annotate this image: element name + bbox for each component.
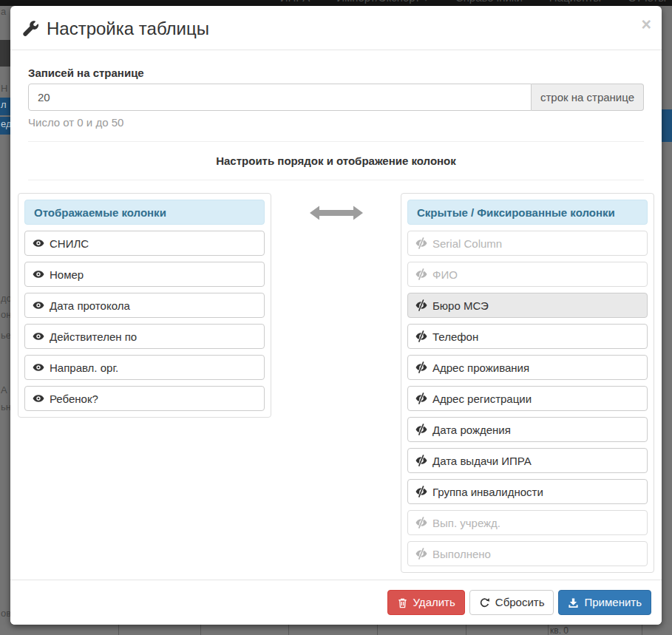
eye-icon — [33, 361, 44, 373]
column-item-label: Ребенок? — [50, 393, 98, 405]
modal-header: Настройка таблицы × — [10, 6, 662, 50]
hidden-column-item[interactable]: Вып. учрежд. — [407, 510, 648, 535]
backdrop-cell-text: кв. 0 — [550, 625, 569, 635]
modal-title: Настройка таблицы — [22, 18, 650, 39]
hidden-columns-heading: Скрытые / Фиксированные колонки — [407, 200, 648, 225]
column-item-label: Номер — [50, 268, 84, 281]
rows-per-page-help: Число от 0 и до 50 — [28, 116, 644, 129]
hidden-columns-panel: Скрытые / Фиксированные колонки Serial C… — [401, 193, 654, 573]
hidden-column-item[interactable]: Телефон — [407, 324, 648, 349]
eye-icon — [33, 237, 44, 249]
eye-slash-icon — [415, 486, 427, 498]
backdrop-header-block — [0, 40, 10, 67]
eye-slash-icon — [415, 268, 427, 280]
navbar-item: Справочники — [455, 0, 523, 4]
visible-columns-list: СНИЛС Номер Дата протокола Действителен … — [24, 231, 265, 411]
columns-section-title: Настроить порядок и отображение колонок — [28, 154, 644, 167]
eye-slash-icon — [415, 517, 427, 529]
eye-icon — [33, 393, 44, 404]
column-item-label: СНИЛС — [50, 237, 89, 250]
backdrop-text-fragment: а — [1, 6, 6, 17]
eye-slash-icon — [415, 237, 427, 249]
rows-per-page-addon: строк на странице — [532, 84, 644, 111]
column-item-label: Действителен по — [50, 330, 137, 343]
eye-icon — [33, 268, 44, 280]
top-navbar: ИПРАИмпорт/Экспорт ▾СправочникиПациентыО… — [0, 0, 672, 6]
eye-slash-icon — [415, 548, 427, 560]
column-item-label: Направл. орг. — [50, 361, 118, 374]
trash-icon — [397, 597, 408, 608]
eye-icon — [33, 330, 44, 342]
divider — [28, 141, 644, 142]
rows-per-page-label: Записей на странице — [28, 67, 644, 79]
navbar-items: ИПРАИмпорт/Экспорт ▾СправочникиПациентыО… — [0, 0, 672, 4]
eye-icon — [33, 299, 44, 311]
backdrop-text-fragment: А — [1, 384, 7, 395]
backdrop-selected-row — [662, 109, 672, 142]
swap-column — [271, 193, 401, 573]
eye-slash-icon — [415, 361, 427, 373]
column-item-label: Дата выдачи ИПРА — [432, 455, 532, 467]
modal-footer: Удалить Сбросить Применить — [10, 580, 662, 625]
visible-column-item[interactable]: Дата протокола — [24, 293, 265, 318]
column-item-label: Вып. учрежд. — [432, 517, 500, 529]
column-item-label: Группа инвалидности — [432, 486, 543, 498]
modal-body: Записей на странице строк на странице Чи… — [10, 50, 662, 573]
backdrop-table-fragment: кв. 0 — [0, 625, 672, 635]
eye-slash-icon — [415, 299, 427, 311]
reset-button[interactable]: Сбросить — [469, 590, 554, 615]
visible-column-item[interactable]: Направл. орг. — [24, 355, 265, 380]
eye-slash-icon — [415, 330, 427, 342]
rows-per-page-input[interactable] — [28, 84, 532, 111]
apply-button-label: Применить — [584, 595, 642, 610]
column-item-label: Выполнено — [432, 548, 491, 560]
hidden-column-item[interactable]: Выполнено — [407, 541, 648, 566]
column-item-label: Телефон — [432, 330, 478, 343]
visible-columns-heading: Отображаемые колонки — [24, 200, 265, 225]
column-item-label: Serial Column — [432, 237, 502, 250]
visible-column-item[interactable]: СНИЛС — [24, 231, 265, 256]
column-item-label: Адрес проживания — [432, 361, 529, 374]
column-item-label: Дата протокола — [50, 299, 130, 312]
modal-close-button[interactable]: × — [642, 16, 651, 33]
hidden-column-item[interactable]: ФИО — [407, 262, 648, 287]
eye-slash-icon — [415, 455, 427, 466]
backdrop-text-fragment: ьн — [1, 401, 11, 412]
hidden-column-item[interactable]: Дата выдачи ИПРА — [407, 448, 648, 473]
backdrop-left-strip: НледдооньеАьнова — [0, 6, 10, 635]
backdrop-text-fragment: ье — [1, 330, 11, 341]
visible-column-item[interactable]: Ребенок? — [24, 386, 265, 411]
eye-slash-icon — [415, 393, 427, 404]
rows-per-page-group: строк на странице — [28, 84, 644, 111]
hidden-column-item[interactable]: Адрес проживания — [407, 355, 648, 380]
refresh-icon — [479, 597, 490, 608]
hidden-column-item[interactable]: Адрес регистрации — [407, 386, 648, 411]
hidden-column-item[interactable]: Группа инвалидности — [407, 479, 648, 504]
eye-slash-icon — [415, 424, 427, 435]
divider — [28, 180, 644, 180]
delete-button-label: Удалить — [413, 595, 455, 610]
wrench-icon — [22, 21, 39, 38]
hidden-column-item[interactable]: Бюро МСЭ — [407, 293, 648, 318]
delete-button[interactable]: Удалить — [387, 590, 465, 615]
apply-button[interactable]: Применить — [558, 590, 651, 615]
reset-button-label: Сбросить — [495, 595, 545, 610]
visible-column-item[interactable]: Действителен по — [24, 324, 265, 349]
left-right-arrow-icon — [310, 203, 363, 223]
backdrop-text-fragment: Н — [1, 83, 7, 94]
backdrop-text-fragment: л — [1, 99, 7, 110]
columns-row: Отображаемые колонки СНИЛС Номер Дата пр… — [18, 193, 654, 573]
column-item-label: Дата рождения — [432, 424, 511, 436]
hidden-column-item[interactable]: Serial Column — [407, 231, 648, 256]
download-icon — [568, 597, 579, 608]
visible-column-item[interactable]: Номер — [24, 262, 265, 287]
hidden-columns-list: Serial Column ФИО Бюро МСЭ Телефон — [407, 231, 648, 566]
hidden-column-item[interactable]: Дата рождения — [407, 417, 648, 442]
backdrop-right-strip — [662, 6, 672, 635]
visible-columns-panel: Отображаемые колонки СНИЛС Номер Дата пр… — [18, 193, 271, 418]
column-item-label: Бюро МСЭ — [432, 299, 489, 312]
navbar-item: ИПРА — [280, 0, 310, 4]
close-icon: × — [642, 15, 651, 34]
navbar-item: Импорт/Экспорт ▾ — [336, 0, 429, 4]
navbar-item: Пациенты — [549, 0, 601, 4]
